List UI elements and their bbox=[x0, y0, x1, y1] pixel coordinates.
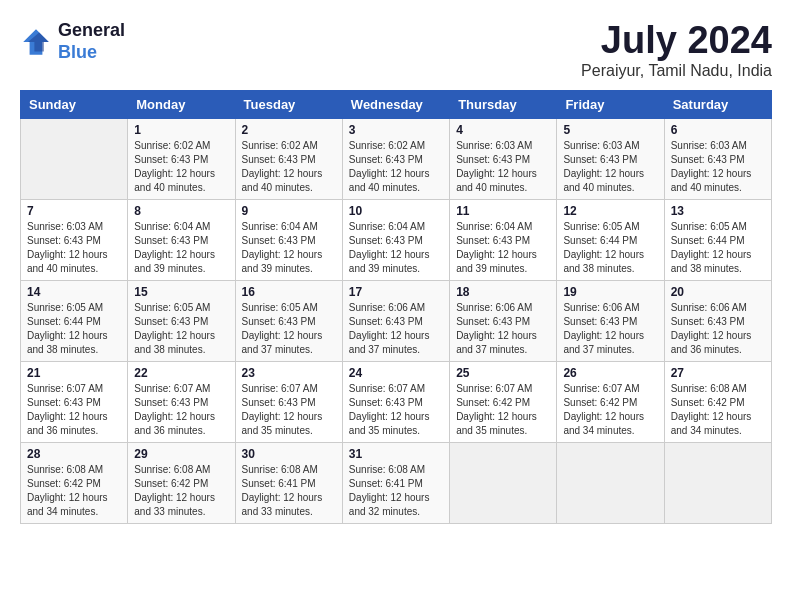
day-info: Sunrise: 6:02 AM Sunset: 6:43 PM Dayligh… bbox=[242, 139, 336, 195]
day-info: Sunrise: 6:06 AM Sunset: 6:43 PM Dayligh… bbox=[456, 301, 550, 357]
day-cell: 26Sunrise: 6:07 AM Sunset: 6:42 PM Dayli… bbox=[557, 361, 664, 442]
logo-text: General Blue bbox=[58, 20, 125, 63]
week-row-1: 1Sunrise: 6:02 AM Sunset: 6:43 PM Daylig… bbox=[21, 118, 772, 199]
day-cell: 30Sunrise: 6:08 AM Sunset: 6:41 PM Dayli… bbox=[235, 442, 342, 523]
day-number: 16 bbox=[242, 285, 336, 299]
day-number: 30 bbox=[242, 447, 336, 461]
day-info: Sunrise: 6:05 AM Sunset: 6:44 PM Dayligh… bbox=[27, 301, 121, 357]
header-cell-sunday: Sunday bbox=[21, 90, 128, 118]
day-number: 6 bbox=[671, 123, 765, 137]
subtitle: Peraiyur, Tamil Nadu, India bbox=[581, 62, 772, 80]
day-number: 27 bbox=[671, 366, 765, 380]
day-cell: 5Sunrise: 6:03 AM Sunset: 6:43 PM Daylig… bbox=[557, 118, 664, 199]
day-number: 28 bbox=[27, 447, 121, 461]
day-info: Sunrise: 6:07 AM Sunset: 6:42 PM Dayligh… bbox=[456, 382, 550, 438]
day-info: Sunrise: 6:04 AM Sunset: 6:43 PM Dayligh… bbox=[134, 220, 228, 276]
day-cell: 12Sunrise: 6:05 AM Sunset: 6:44 PM Dayli… bbox=[557, 199, 664, 280]
day-info: Sunrise: 6:06 AM Sunset: 6:43 PM Dayligh… bbox=[671, 301, 765, 357]
day-cell bbox=[557, 442, 664, 523]
day-cell: 14Sunrise: 6:05 AM Sunset: 6:44 PM Dayli… bbox=[21, 280, 128, 361]
day-cell: 3Sunrise: 6:02 AM Sunset: 6:43 PM Daylig… bbox=[342, 118, 449, 199]
day-cell bbox=[664, 442, 771, 523]
day-info: Sunrise: 6:07 AM Sunset: 6:42 PM Dayligh… bbox=[563, 382, 657, 438]
day-info: Sunrise: 6:08 AM Sunset: 6:42 PM Dayligh… bbox=[27, 463, 121, 519]
day-number: 22 bbox=[134, 366, 228, 380]
day-info: Sunrise: 6:05 AM Sunset: 6:43 PM Dayligh… bbox=[134, 301, 228, 357]
logo-icon bbox=[20, 26, 52, 58]
day-info: Sunrise: 6:07 AM Sunset: 6:43 PM Dayligh… bbox=[349, 382, 443, 438]
day-info: Sunrise: 6:07 AM Sunset: 6:43 PM Dayligh… bbox=[242, 382, 336, 438]
day-cell: 8Sunrise: 6:04 AM Sunset: 6:43 PM Daylig… bbox=[128, 199, 235, 280]
day-cell: 13Sunrise: 6:05 AM Sunset: 6:44 PM Dayli… bbox=[664, 199, 771, 280]
calendar-header: SundayMondayTuesdayWednesdayThursdayFrid… bbox=[21, 90, 772, 118]
day-info: Sunrise: 6:05 AM Sunset: 6:44 PM Dayligh… bbox=[563, 220, 657, 276]
day-info: Sunrise: 6:03 AM Sunset: 6:43 PM Dayligh… bbox=[671, 139, 765, 195]
main-title: July 2024 bbox=[581, 20, 772, 62]
day-number: 1 bbox=[134, 123, 228, 137]
day-cell: 29Sunrise: 6:08 AM Sunset: 6:42 PM Dayli… bbox=[128, 442, 235, 523]
header-cell-thursday: Thursday bbox=[450, 90, 557, 118]
day-cell: 19Sunrise: 6:06 AM Sunset: 6:43 PM Dayli… bbox=[557, 280, 664, 361]
week-row-5: 28Sunrise: 6:08 AM Sunset: 6:42 PM Dayli… bbox=[21, 442, 772, 523]
calendar-body: 1Sunrise: 6:02 AM Sunset: 6:43 PM Daylig… bbox=[21, 118, 772, 523]
day-cell: 25Sunrise: 6:07 AM Sunset: 6:42 PM Dayli… bbox=[450, 361, 557, 442]
day-info: Sunrise: 6:04 AM Sunset: 6:43 PM Dayligh… bbox=[349, 220, 443, 276]
calendar-table: SundayMondayTuesdayWednesdayThursdayFrid… bbox=[20, 90, 772, 524]
day-info: Sunrise: 6:03 AM Sunset: 6:43 PM Dayligh… bbox=[27, 220, 121, 276]
day-cell: 27Sunrise: 6:08 AM Sunset: 6:42 PM Dayli… bbox=[664, 361, 771, 442]
day-info: Sunrise: 6:07 AM Sunset: 6:43 PM Dayligh… bbox=[27, 382, 121, 438]
day-number: 17 bbox=[349, 285, 443, 299]
day-info: Sunrise: 6:08 AM Sunset: 6:41 PM Dayligh… bbox=[349, 463, 443, 519]
day-number: 18 bbox=[456, 285, 550, 299]
day-info: Sunrise: 6:07 AM Sunset: 6:43 PM Dayligh… bbox=[134, 382, 228, 438]
header-cell-tuesday: Tuesday bbox=[235, 90, 342, 118]
day-cell: 1Sunrise: 6:02 AM Sunset: 6:43 PM Daylig… bbox=[128, 118, 235, 199]
day-number: 29 bbox=[134, 447, 228, 461]
day-number: 11 bbox=[456, 204, 550, 218]
day-number: 20 bbox=[671, 285, 765, 299]
day-cell: 23Sunrise: 6:07 AM Sunset: 6:43 PM Dayli… bbox=[235, 361, 342, 442]
day-number: 21 bbox=[27, 366, 121, 380]
day-info: Sunrise: 6:04 AM Sunset: 6:43 PM Dayligh… bbox=[242, 220, 336, 276]
day-cell: 18Sunrise: 6:06 AM Sunset: 6:43 PM Dayli… bbox=[450, 280, 557, 361]
day-number: 10 bbox=[349, 204, 443, 218]
day-number: 15 bbox=[134, 285, 228, 299]
day-info: Sunrise: 6:02 AM Sunset: 6:43 PM Dayligh… bbox=[349, 139, 443, 195]
day-cell: 11Sunrise: 6:04 AM Sunset: 6:43 PM Dayli… bbox=[450, 199, 557, 280]
day-info: Sunrise: 6:08 AM Sunset: 6:42 PM Dayligh… bbox=[671, 382, 765, 438]
day-info: Sunrise: 6:05 AM Sunset: 6:44 PM Dayligh… bbox=[671, 220, 765, 276]
day-cell: 24Sunrise: 6:07 AM Sunset: 6:43 PM Dayli… bbox=[342, 361, 449, 442]
day-cell: 9Sunrise: 6:04 AM Sunset: 6:43 PM Daylig… bbox=[235, 199, 342, 280]
header-cell-friday: Friday bbox=[557, 90, 664, 118]
logo: General Blue bbox=[20, 20, 125, 63]
logo-line1: General bbox=[58, 20, 125, 42]
day-number: 23 bbox=[242, 366, 336, 380]
day-cell: 6Sunrise: 6:03 AM Sunset: 6:43 PM Daylig… bbox=[664, 118, 771, 199]
header-row: SundayMondayTuesdayWednesdayThursdayFrid… bbox=[21, 90, 772, 118]
logo-line2: Blue bbox=[58, 42, 125, 64]
day-cell: 22Sunrise: 6:07 AM Sunset: 6:43 PM Dayli… bbox=[128, 361, 235, 442]
day-info: Sunrise: 6:03 AM Sunset: 6:43 PM Dayligh… bbox=[456, 139, 550, 195]
day-cell: 28Sunrise: 6:08 AM Sunset: 6:42 PM Dayli… bbox=[21, 442, 128, 523]
day-info: Sunrise: 6:06 AM Sunset: 6:43 PM Dayligh… bbox=[349, 301, 443, 357]
day-info: Sunrise: 6:08 AM Sunset: 6:42 PM Dayligh… bbox=[134, 463, 228, 519]
day-number: 7 bbox=[27, 204, 121, 218]
day-cell bbox=[21, 118, 128, 199]
day-number: 12 bbox=[563, 204, 657, 218]
day-number: 14 bbox=[27, 285, 121, 299]
day-cell: 20Sunrise: 6:06 AM Sunset: 6:43 PM Dayli… bbox=[664, 280, 771, 361]
day-cell: 7Sunrise: 6:03 AM Sunset: 6:43 PM Daylig… bbox=[21, 199, 128, 280]
day-info: Sunrise: 6:08 AM Sunset: 6:41 PM Dayligh… bbox=[242, 463, 336, 519]
day-number: 24 bbox=[349, 366, 443, 380]
day-cell: 16Sunrise: 6:05 AM Sunset: 6:43 PM Dayli… bbox=[235, 280, 342, 361]
header-cell-saturday: Saturday bbox=[664, 90, 771, 118]
day-number: 5 bbox=[563, 123, 657, 137]
week-row-4: 21Sunrise: 6:07 AM Sunset: 6:43 PM Dayli… bbox=[21, 361, 772, 442]
day-number: 9 bbox=[242, 204, 336, 218]
day-cell: 31Sunrise: 6:08 AM Sunset: 6:41 PM Dayli… bbox=[342, 442, 449, 523]
week-row-3: 14Sunrise: 6:05 AM Sunset: 6:44 PM Dayli… bbox=[21, 280, 772, 361]
day-number: 8 bbox=[134, 204, 228, 218]
day-number: 2 bbox=[242, 123, 336, 137]
day-number: 31 bbox=[349, 447, 443, 461]
day-number: 19 bbox=[563, 285, 657, 299]
